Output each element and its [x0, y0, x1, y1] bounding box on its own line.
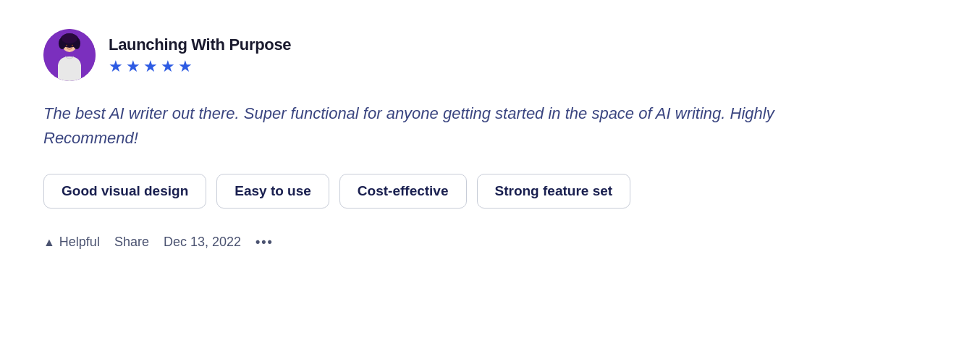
helpful-button[interactable]: ▲ Helpful — [43, 235, 100, 250]
helpful-label: Helpful — [59, 235, 100, 250]
more-options-button[interactable]: ••• — [255, 235, 274, 250]
tag-strong-feature-set[interactable]: Strong feature set — [477, 174, 631, 209]
avatar — [43, 29, 96, 81]
star-5: ★ — [178, 59, 193, 75]
share-button[interactable]: Share — [114, 235, 149, 250]
tag-cost-effective[interactable]: Cost-effective — [339, 174, 467, 209]
svg-point-5 — [62, 33, 77, 43]
star-4: ★ — [161, 59, 175, 75]
review-date: Dec 13, 2022 — [164, 235, 241, 250]
star-rating: ★ ★ ★ ★ ★ — [109, 59, 291, 75]
reviewer-header: Launching With Purpose ★ ★ ★ ★ ★ — [43, 29, 912, 81]
star-1: ★ — [109, 59, 123, 75]
review-text: The best AI writer out there. Super func… — [43, 101, 840, 151]
footer-row: ▲ Helpful Share Dec 13, 2022 ••• — [43, 235, 912, 250]
reviewer-info: Launching With Purpose ★ ★ ★ ★ ★ — [109, 35, 291, 75]
star-2: ★ — [126, 59, 140, 75]
tag-easy-to-use[interactable]: Easy to use — [216, 174, 329, 209]
svg-point-6 — [66, 45, 67, 46]
svg-point-7 — [72, 45, 73, 46]
tags-row: Good visual design Easy to use Cost-effe… — [43, 174, 912, 209]
reviewer-name: Launching With Purpose — [109, 35, 291, 54]
star-3: ★ — [143, 59, 158, 75]
helpful-arrow-icon: ▲ — [43, 236, 55, 249]
review-card: Launching With Purpose ★ ★ ★ ★ ★ The bes… — [43, 29, 912, 250]
tag-good-visual-design[interactable]: Good visual design — [43, 174, 206, 209]
